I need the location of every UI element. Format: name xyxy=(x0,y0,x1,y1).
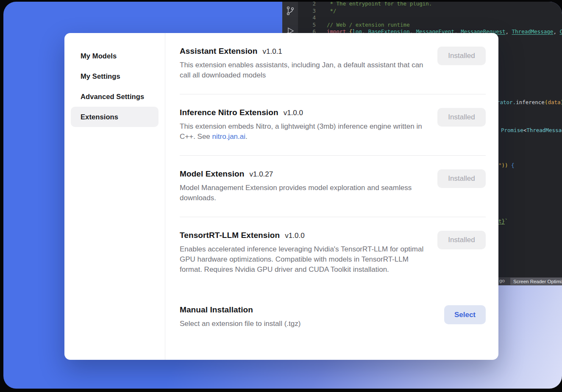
extension-version: v1.0.1 xyxy=(263,47,282,56)
installed-button[interactable]: Installed xyxy=(437,169,486,188)
line-number: 4 xyxy=(298,14,316,22)
extension-info: Inference Nitro Extensionv1.0.0This exte… xyxy=(180,108,437,142)
code-token: )) xyxy=(561,99,562,105)
extension-description: Model Management Extension provides mode… xyxy=(180,183,425,203)
extension-description: This extension enables assistants, inclu… xyxy=(180,60,425,80)
extension-title: Inference Nitro Extension xyxy=(180,108,278,117)
settings-nav: My ModelsMy SettingsAdvanced SettingsExt… xyxy=(64,46,165,127)
screen-reader-status-item[interactable]: Screen Reader Optimize xyxy=(510,278,562,285)
code-token: , xyxy=(553,28,559,35)
code-token: t} xyxy=(498,218,505,224)
line-number: 5 xyxy=(298,22,316,29)
code-token: data xyxy=(548,99,560,105)
extension-info: Assistant Extensionv1.0.1This extension … xyxy=(180,47,437,80)
extension-info: Model Extensionv1.0.27Model Management E… xyxy=(180,169,437,203)
extension-title-line: Assistant Extensionv1.0.1 xyxy=(180,47,437,56)
extensions-panel: Assistant Extensionv1.0.1This extension … xyxy=(165,33,498,360)
code-text: */ xyxy=(327,8,337,15)
installed-button[interactable]: Installed xyxy=(437,47,486,65)
code-lines: 2 * The entrypoint for the plugin.3 */45… xyxy=(298,2,562,36)
code-token: Promise xyxy=(501,127,523,133)
extension-description: Enables accelerated inference leveraging… xyxy=(180,244,425,275)
code-token: inference xyxy=(516,99,545,105)
manual-installation-row: Manual Installation Select an extension … xyxy=(180,288,486,329)
code-token: * The entrypoint for the plugin. xyxy=(327,2,432,7)
code-line: 4 xyxy=(298,14,562,22)
extension-row: Model Extensionv1.0.27Model Management E… xyxy=(180,156,486,217)
extension-description: This extension embeds Nitro, a lightweig… xyxy=(180,121,425,142)
code-token: rator. xyxy=(497,99,516,105)
extension-row: Inference Nitro Extensionv1.0.0This exte… xyxy=(180,94,486,156)
code-token: ThreadMessage xyxy=(512,28,554,35)
extension-link[interactable]: nitro.jan.ai xyxy=(212,133,245,141)
extension-title: TensortRT-LLM Extension xyxy=(180,231,280,240)
extension-title: Model Extension xyxy=(180,169,244,179)
code-token: )) xyxy=(502,162,508,168)
code-token: // Web / extension runtime xyxy=(327,22,410,28)
code-token: " xyxy=(498,162,502,168)
extension-version: v1.0.0 xyxy=(284,109,303,117)
extension-title-line: Inference Nitro Extensionv1.0.0 xyxy=(180,108,437,117)
settings-sidebar: My ModelsMy SettingsAdvanced SettingsExt… xyxy=(64,33,165,360)
extension-info: TensortRT-LLM Extensionv1.0.0Enables acc… xyxy=(180,231,437,275)
code-fragment: rator.inference(data)); xyxy=(497,99,562,105)
extension-list: Assistant Extensionv1.0.1This extension … xyxy=(180,33,486,288)
app-background-panel: 2 * The entrypoint for the plugin.3 */45… xyxy=(3,2,562,389)
code-line: 2 * The entrypoint for the plugin. xyxy=(298,2,562,8)
code-token: */ xyxy=(327,8,337,14)
code-fragment: ")) { xyxy=(498,162,515,168)
code-fragment: t}` xyxy=(498,218,508,224)
installed-button[interactable]: Installed xyxy=(437,231,486,249)
select-file-button[interactable]: Select xyxy=(444,305,486,324)
code-text: // Web / extension runtime xyxy=(327,22,410,29)
extension-row: Assistant Extensionv1.0.1This extension … xyxy=(180,33,486,94)
extension-title-line: Model Extensionv1.0.27 xyxy=(180,169,437,179)
code-fragment: Promise<ThreadMessage> xyxy=(501,127,562,133)
extension-row: TensortRT-LLM Extensionv1.0.0Enables acc… xyxy=(180,217,486,288)
manual-installation-description: Select an extension file to install (.tg… xyxy=(180,319,425,329)
sidebar-item-my-settings[interactable]: My Settings xyxy=(71,66,159,86)
settings-modal: My ModelsMy SettingsAdvanced SettingsExt… xyxy=(64,33,498,360)
status-bar-text: go xyxy=(499,278,505,283)
sidebar-item-extensions[interactable]: Extensions xyxy=(71,107,159,127)
code-text: * The entrypoint for the plugin. xyxy=(327,2,432,8)
installed-button[interactable]: Installed xyxy=(437,108,486,127)
code-token: ` xyxy=(505,218,508,224)
sidebar-item-advanced-settings[interactable]: Advanced Settings xyxy=(71,86,159,107)
line-number: 3 xyxy=(298,8,316,15)
code-line: 3 */ xyxy=(298,8,562,15)
source-control-icon[interactable] xyxy=(286,6,295,16)
manual-installation-title: Manual Installation xyxy=(180,305,253,315)
sidebar-item-my-models[interactable]: My Models xyxy=(71,46,159,66)
code-line: 5// Web / extension runtime xyxy=(298,22,562,29)
extension-title-line: TensortRT-LLM Extensionv1.0.0 xyxy=(180,231,437,240)
code-token: { xyxy=(508,162,515,168)
extension-version: v1.0.0 xyxy=(285,232,304,240)
code-token: ThreadMessage xyxy=(526,127,562,133)
code-token: , xyxy=(506,28,512,35)
extension-title: Assistant Extension xyxy=(180,47,258,56)
extension-version: v1.0.27 xyxy=(249,170,273,179)
code-token: ContentType xyxy=(559,28,562,35)
line-number: 2 xyxy=(298,2,316,8)
